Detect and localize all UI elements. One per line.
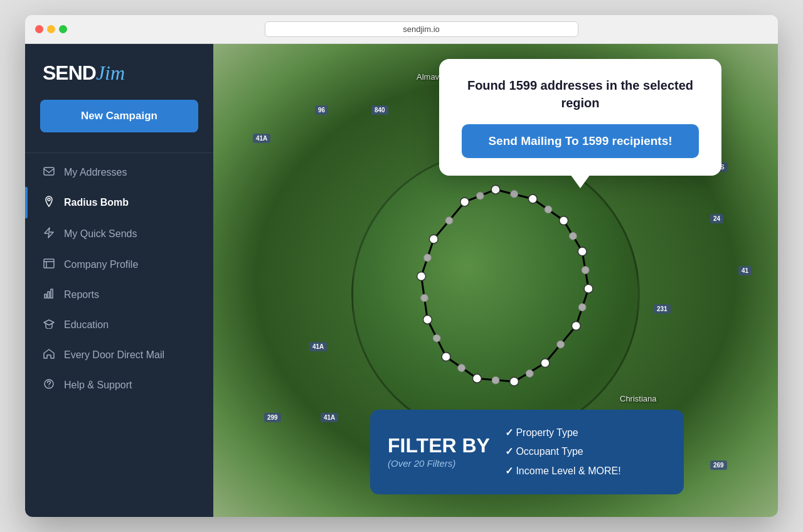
sidebar-item-company-profile[interactable]: Company Profile [25, 250, 213, 280]
svg-point-18 [510, 377, 519, 386]
sidebar-nav: My AddressesRadius BombMy Quick SendsCom… [25, 158, 213, 400]
svg-point-27 [569, 232, 577, 240]
browser-window: sendjim.io SEND Jim New Campaign My Addr… [25, 15, 778, 517]
sidebar-item-reports[interactable]: Reports [25, 280, 213, 310]
svg-point-9 [48, 386, 50, 387]
sidebar-item-radius-bomb[interactable]: Radius Bomb [25, 187, 213, 218]
every-door-direct-mail-icon [43, 349, 55, 361]
svg-point-35 [421, 294, 428, 302]
road-marker: 41 [738, 266, 752, 275]
svg-point-23 [429, 235, 438, 243]
road-marker: 231 [654, 304, 671, 314]
svg-point-1 [48, 198, 50, 201]
radius-bomb-icon [43, 196, 55, 210]
browser-chrome: sendjim.io [25, 15, 778, 44]
road-marker: 96 [315, 105, 328, 115]
sidebar-item-my-addresses[interactable]: My Addresses [25, 158, 213, 187]
my-quick-sends-icon [43, 227, 55, 241]
svg-rect-2 [44, 259, 54, 268]
company-profile-icon [43, 258, 55, 271]
filter-item: Occupant Type [505, 442, 621, 461]
my-addresses-icon [43, 167, 55, 178]
svg-point-21 [423, 316, 432, 324]
svg-point-19 [472, 374, 481, 383]
radius-bomb-label: Radius Bomb [64, 197, 129, 208]
svg-point-26 [545, 206, 552, 213]
svg-point-37 [445, 217, 453, 225]
maximize-button[interactable] [59, 25, 67, 33]
filter-item: Income Level & MORE! [505, 462, 621, 481]
logo-send: SEND [43, 61, 96, 85]
road-marker: 24 [710, 214, 723, 223]
sidebar-item-education[interactable]: Education [25, 310, 213, 340]
svg-point-15 [584, 284, 593, 293]
sidebar-item-every-door-direct-mail[interactable]: Every Door Direct Mail [25, 340, 213, 370]
logo: SEND Jim [43, 61, 196, 85]
svg-point-14 [578, 247, 587, 256]
sidebar-item-help-support[interactable]: Help & Support [25, 370, 213, 400]
filter-items: Property TypeOccupant TypeIncome Level &… [505, 423, 621, 481]
reports-icon [43, 289, 55, 301]
filter-by-heading: FILTER BY [388, 435, 490, 455]
sidebar: SEND Jim New Campaign My AddressesRadius… [25, 44, 213, 517]
road-marker: 269 [710, 460, 727, 470]
map-circle-overlay [351, 151, 640, 439]
svg-rect-7 [51, 289, 53, 298]
reports-label: Reports [64, 289, 99, 301]
svg-point-22 [417, 272, 426, 280]
svg-rect-0 [44, 168, 54, 175]
road-marker: 299 [264, 413, 281, 422]
route-svg [353, 152, 638, 437]
svg-point-13 [560, 216, 568, 225]
filter-item: Property Type [505, 423, 621, 442]
new-campaign-button[interactable]: New Campaign [40, 100, 198, 132]
map-satellite: AlmavilleRockvaleChristiana 968409970S24… [213, 44, 778, 517]
url-bar[interactable]: sendjim.io [265, 21, 578, 37]
company-profile-label: Company Profile [64, 259, 138, 270]
svg-point-29 [578, 304, 586, 311]
traffic-lights [35, 25, 67, 33]
help-support-icon [43, 379, 55, 391]
svg-point-24 [476, 192, 484, 200]
education-icon [43, 319, 55, 331]
svg-point-12 [528, 194, 537, 203]
my-addresses-label: My Addresses [64, 167, 127, 178]
main-content: AlmavilleRockvaleChristiana 968409970S24… [213, 44, 778, 517]
popup-card: Found 1599 addresses in the selected reg… [439, 59, 721, 176]
filter-label-area: FILTER BY (Over 20 Filters) [388, 435, 490, 469]
road-marker: 41A [321, 413, 338, 422]
every-door-direct-mail-label: Every Door Direct Mail [64, 349, 164, 361]
education-label: Education [64, 319, 109, 331]
logo-jim: Jim [96, 61, 125, 85]
svg-point-30 [557, 341, 565, 348]
my-quick-sends-label: My Quick Sends [64, 228, 137, 240]
nav-divider [25, 152, 213, 153]
svg-point-34 [433, 334, 440, 342]
close-button[interactable] [35, 25, 43, 33]
logo-area: SEND Jim [25, 44, 213, 100]
svg-rect-6 [48, 292, 50, 298]
svg-point-10 [460, 198, 469, 206]
app-container: SEND Jim New Campaign My AddressesRadius… [25, 44, 778, 517]
svg-rect-5 [45, 294, 46, 298]
svg-point-16 [572, 321, 580, 330]
svg-point-31 [526, 370, 533, 377]
road-marker: 840 [371, 105, 388, 115]
popup-title: Found 1599 addresses in the selected reg… [462, 77, 699, 112]
road-marker: 41A [309, 342, 327, 351]
minimize-button[interactable] [47, 25, 55, 33]
send-mailing-button[interactable]: Send Mailing To 1599 recipients! [462, 124, 699, 158]
filter-box: FILTER BY (Over 20 Filters) Property Typ… [370, 410, 684, 494]
svg-point-25 [511, 190, 518, 198]
help-support-label: Help & Support [64, 380, 132, 391]
svg-point-20 [442, 353, 450, 361]
road-marker: 41A [253, 134, 270, 143]
sidebar-item-my-quick-sends[interactable]: My Quick Sends [25, 218, 213, 250]
svg-point-28 [582, 267, 589, 274]
svg-point-17 [541, 359, 550, 368]
svg-point-36 [424, 254, 432, 262]
svg-point-33 [458, 364, 465, 372]
filter-subheading: (Over 20 Filters) [388, 458, 490, 469]
svg-point-32 [492, 376, 499, 384]
svg-point-11 [491, 185, 500, 194]
